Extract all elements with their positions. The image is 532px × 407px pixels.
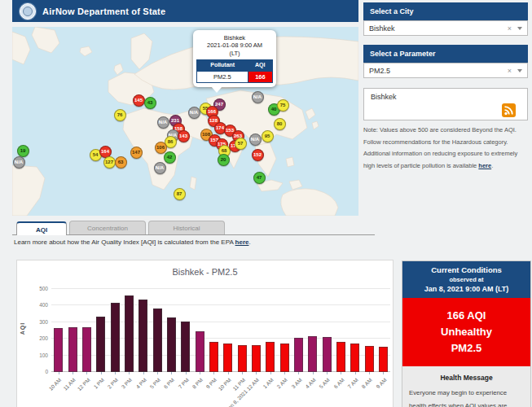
popup-table: Pollutant AQI PM2.5 166 <box>196 59 273 83</box>
x-tick <box>86 372 87 374</box>
parameter-clear-icon[interactable]: × <box>508 67 512 75</box>
chart-bar <box>68 327 77 372</box>
x-tick <box>256 372 257 374</box>
x-tick <box>270 372 271 374</box>
learn-more-link[interactable]: here <box>235 239 249 246</box>
popup-tail <box>211 86 222 93</box>
x-tick <box>355 372 356 374</box>
health-message-block: Health Message Everyone may begin to exp… <box>402 366 530 407</box>
tab-concentration[interactable]: Concentration <box>69 221 146 234</box>
chart-bar <box>238 345 247 372</box>
popup-city: Bishkek <box>196 34 273 42</box>
aqi-marker[interactable]: 152 <box>252 149 264 161</box>
aqi-marker[interactable]: N/A <box>154 162 166 174</box>
conditions-aqi-pollutant: PM2.5 <box>406 340 527 357</box>
aqi-marker[interactable]: N/A <box>157 116 169 129</box>
chart-bar <box>181 322 190 372</box>
x-tick-label: 1 PM <box>92 377 105 390</box>
x-tick-label: 12 PM <box>76 377 90 392</box>
x-tick <box>171 372 172 374</box>
x-tick <box>200 372 200 374</box>
y-tick-label: 100 <box>29 352 48 358</box>
aqi-marker[interactable]: 106 <box>155 142 167 154</box>
chart-bar <box>379 347 388 372</box>
x-tick-label: 11 AM <box>62 377 77 392</box>
x-tick <box>298 372 299 374</box>
learn-more-text: Learn more about how the Air Quality Ind… <box>14 239 251 246</box>
x-tick <box>213 372 214 374</box>
x-tick <box>313 372 314 374</box>
aqi-marker[interactable]: 145 <box>133 94 145 107</box>
aqi-marker[interactable]: 76 <box>114 109 126 121</box>
conditions-title: Current Conditions <box>406 265 527 274</box>
popup-timezone: (LT) <box>196 50 273 57</box>
chart-bar <box>167 317 176 372</box>
y-tick-label: 500 <box>29 286 48 291</box>
tab-aqi[interactable]: AQI <box>16 221 67 235</box>
chart-bar <box>209 342 218 372</box>
x-tick <box>186 372 187 374</box>
conditions-aqi-category: Unhealthy <box>406 324 527 340</box>
chart-bar <box>365 346 374 372</box>
aqi-marker[interactable]: 147 <box>130 147 143 159</box>
conditions-observed-at: observed at <box>406 276 527 283</box>
x-tick <box>341 372 341 374</box>
aqi-marker[interactable]: 87 <box>174 188 186 200</box>
aqi-marker[interactable]: 42 <box>164 151 176 164</box>
y-tick-label: 400 <box>29 302 48 308</box>
x-tick <box>73 372 73 374</box>
chart-bar <box>294 338 303 372</box>
tab-historical[interactable]: Historical <box>148 221 225 234</box>
chart-bar <box>125 295 134 372</box>
aqi-marker[interactable]: 20 <box>218 154 230 166</box>
x-tick <box>59 372 59 374</box>
note-link[interactable]: here <box>478 162 491 169</box>
aqi-marker[interactable]: 143 <box>178 130 190 142</box>
x-tick-label: 3 AM <box>290 377 302 389</box>
map-landmass <box>12 27 358 216</box>
learn-more-suffix: . <box>248 239 250 246</box>
world-map[interactable]: 19N/A76145435416412763147N/A231N/A158N/A… <box>12 27 358 216</box>
aqi-marker[interactable]: N/A <box>252 91 264 103</box>
aqi-marker[interactable]: 63 <box>115 156 127 168</box>
city-chevron-down-icon[interactable] <box>517 27 522 30</box>
aqi-marker[interactable]: 95 <box>262 130 274 142</box>
aqi-marker[interactable]: 47 <box>253 172 266 184</box>
parameter-select[interactable]: PM2.5 × <box>363 63 528 78</box>
aqi-marker[interactable]: N/A <box>249 133 262 146</box>
chart-plot-area <box>51 289 390 372</box>
app-header: AirNow Department of State <box>12 0 358 22</box>
parameter-select-value: PM2.5 <box>369 67 508 75</box>
aqi-marker[interactable]: 19 <box>17 145 29 157</box>
aqi-marker[interactable]: N/A <box>13 156 25 168</box>
state-department-seal-icon <box>20 3 36 20</box>
chart-bar <box>336 342 345 372</box>
city-select[interactable]: Bishkek × <box>363 20 528 36</box>
aqi-marker[interactable]: 80 <box>274 118 286 130</box>
health-message-title: Health Message <box>409 374 524 382</box>
note-text: Note: Values above 500 are considered Be… <box>363 125 528 173</box>
rss-icon[interactable] <box>502 103 516 117</box>
aqi-marker[interactable]: N/A <box>188 107 200 119</box>
note-suffix: . <box>491 162 493 169</box>
chart-bar <box>138 300 147 372</box>
select-city-header: Select a City <box>363 2 528 20</box>
chart-bar <box>96 317 105 372</box>
note-prefix: Note: Values above 500 are considered Be… <box>363 126 517 169</box>
x-tick-label: 6 PM <box>163 377 176 390</box>
page: AirNow Department of State <box>0 0 532 407</box>
conditions-aqi-block: 166 AQI Unhealthy PM2.5 <box>402 298 530 366</box>
chart-bar <box>323 337 332 372</box>
aqi-marker[interactable]: 57 <box>235 138 247 150</box>
x-tick <box>129 372 130 374</box>
x-tick <box>327 372 328 374</box>
city-clear-icon[interactable]: × <box>508 24 512 33</box>
popup-datetime: 2021-01-08 9:00 AM <box>196 42 273 49</box>
aqi-marker[interactable]: 43 <box>144 97 156 109</box>
aqi-marker[interactable]: 75 <box>277 99 289 112</box>
rss-feed-box: Bishkek <box>363 88 528 120</box>
aqi-marker[interactable]: 127 <box>103 156 116 168</box>
chart-bar <box>54 328 63 372</box>
parameter-chevron-down-icon[interactable] <box>517 69 522 72</box>
x-tick-label: 6 AM <box>332 377 345 389</box>
